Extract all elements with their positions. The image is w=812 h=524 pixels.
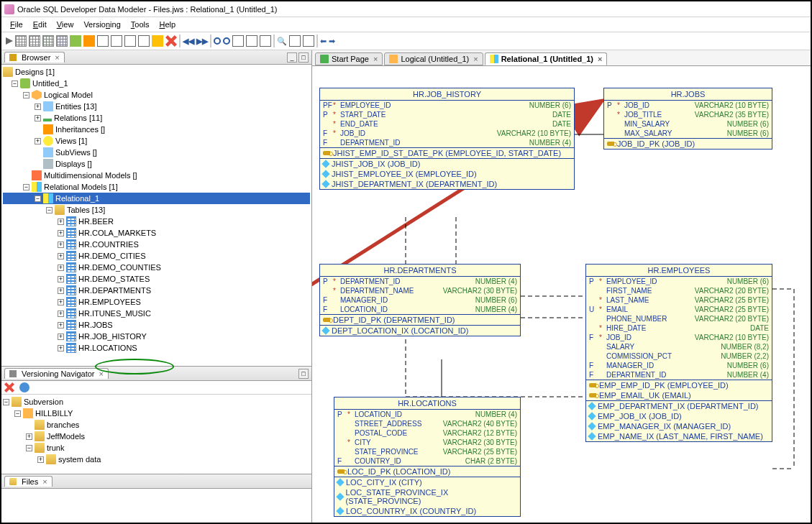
- green-arrow-icon[interactable]: [70, 35, 81, 47]
- tree-multidim[interactable]: Multidimensional Models []: [3, 170, 310, 181]
- box2-icon[interactable]: [111, 35, 122, 47]
- menu-tools[interactable]: Tools: [127, 19, 154, 30]
- forward-icon[interactable]: ➡: [329, 37, 335, 46]
- collapse-icon[interactable]: −: [14, 410, 21, 417]
- expand-icon[interactable]: +: [35, 138, 41, 144]
- zoom-out-icon[interactable]: [223, 37, 230, 45]
- tree-inheritances[interactable]: Inheritances []: [3, 124, 310, 135]
- entity-job-history[interactable]: HR.JOB_HISTORY PF*EMPLOYEE_IDNUMBER (6)P…: [319, 88, 575, 190]
- collapse-icon[interactable]: −: [35, 196, 41, 202]
- close-icon[interactable]: ×: [473, 55, 478, 63]
- expand-icon[interactable]: +: [58, 334, 64, 340]
- maximize-panel-icon[interactable]: □: [298, 52, 309, 63]
- expand-icon[interactable]: +: [35, 115, 41, 121]
- back-icon[interactable]: ⬅: [320, 37, 327, 46]
- maximize-panel-icon[interactable]: □: [298, 369, 309, 379]
- delete-icon[interactable]: [165, 35, 177, 47]
- close-icon[interactable]: ×: [99, 369, 104, 378]
- expand-icon[interactable]: +: [58, 322, 64, 328]
- minimize-panel-icon[interactable]: _: [287, 52, 297, 63]
- tree-displays[interactable]: Displays []: [3, 158, 310, 170]
- tree-table-job-history[interactable]: +HR.JOB_HISTORY: [3, 331, 310, 342]
- binoculars-icon[interactable]: 🔍: [277, 37, 287, 46]
- entity-employees[interactable]: HR.EMPLOYEES P*EMPLOYEE_IDNUMBER (6)FIRS…: [585, 264, 772, 442]
- tree-table-demo-cities[interactable]: +HR.DEMO_CITIES: [3, 250, 310, 262]
- expand-icon[interactable]: +: [58, 230, 64, 236]
- nav-first-icon[interactable]: ◀◀: [183, 37, 194, 46]
- tree-hillbilly[interactable]: −HILLBILLY: [3, 408, 310, 419]
- box3-icon[interactable]: [124, 35, 136, 47]
- tree-relational1[interactable]: −Relational_1: [3, 193, 310, 204]
- tree-table-locations[interactable]: +HR.LOCATIONS: [3, 342, 310, 354]
- tree-designs[interactable]: Designs [1]: [3, 66, 310, 78]
- collapse-icon[interactable]: −: [23, 92, 29, 98]
- zoom-in-icon[interactable]: [214, 37, 221, 45]
- expand-icon[interactable]: +: [58, 219, 64, 225]
- tree-trunk[interactable]: −trunk: [3, 442, 310, 454]
- expand-icon[interactable]: +: [37, 456, 44, 463]
- tree-systemdata[interactable]: +system data: [3, 454, 310, 465]
- tree-logical[interactable]: −Logical Model: [3, 89, 310, 101]
- tree-table-demo-counties[interactable]: +HR.DEMO_COUNTIES: [3, 262, 310, 273]
- close-icon[interactable]: ×: [55, 53, 59, 62]
- pointer-tool-icon[interactable]: [6, 37, 13, 45]
- expand-icon[interactable]: +: [58, 253, 64, 259]
- expand-icon[interactable]: +: [58, 242, 64, 248]
- fit2-icon[interactable]: [246, 35, 257, 47]
- tree-jeffmodels[interactable]: +JeffModels: [3, 431, 310, 442]
- tree-relmodels[interactable]: −Relational Models [1]: [3, 181, 310, 193]
- nav-last-icon[interactable]: ▶▶: [196, 37, 208, 46]
- tree-table-departments[interactable]: +HR.DEPARTMENTS: [3, 285, 310, 296]
- expand-icon[interactable]: +: [58, 276, 64, 282]
- collapse-icon[interactable]: −: [23, 184, 29, 190]
- collapse-icon[interactable]: −: [46, 207, 53, 213]
- expand-icon[interactable]: +: [58, 288, 64, 294]
- delete-icon[interactable]: [4, 382, 14, 392]
- fit3-icon[interactable]: [260, 35, 271, 47]
- tree-table-jobs[interactable]: +HR.JOBS: [3, 319, 310, 331]
- close-icon[interactable]: ×: [373, 55, 378, 63]
- close-icon[interactable]: ×: [42, 477, 47, 486]
- collapse-icon[interactable]: −: [12, 81, 18, 87]
- extra1-icon[interactable]: [289, 35, 301, 47]
- expand-icon[interactable]: +: [26, 433, 32, 440]
- tree-table-countries[interactable]: +HR.COUNTRIES: [3, 239, 310, 250]
- tree-table-employees[interactable]: +HR.EMPLOYEES: [3, 296, 310, 308]
- grid3-icon[interactable]: [42, 35, 54, 47]
- diagram-canvas[interactable]: HR.JOB_HISTORY PF*EMPLOYEE_IDNUMBER (6)P…: [312, 66, 811, 523]
- tab-relational[interactable]: Relational_1 (Untitled_1)×: [485, 52, 608, 65]
- grid2-icon[interactable]: [29, 35, 40, 47]
- collapse-icon[interactable]: −: [3, 399, 9, 405]
- extra2-icon[interactable]: [303, 35, 314, 47]
- tree-relations[interactable]: +Relations [11]: [3, 112, 310, 124]
- menu-help[interactable]: Help: [155, 19, 180, 30]
- grid-icon[interactable]: [15, 35, 27, 47]
- menu-view[interactable]: View: [53, 19, 78, 30]
- expand-icon[interactable]: +: [58, 299, 64, 305]
- tree-untitled[interactable]: −Untitled_1: [3, 78, 310, 89]
- box1-icon[interactable]: [97, 35, 109, 47]
- menu-file[interactable]: File: [6, 19, 27, 30]
- expand-icon[interactable]: +: [35, 104, 41, 110]
- tree-branches[interactable]: branches: [3, 419, 310, 431]
- tab-logical[interactable]: Logical (Untitled_1)×: [384, 52, 483, 65]
- expand-icon[interactable]: +: [58, 345, 64, 351]
- tree-table-itunes[interactable]: +HR.ITUNES_MUSIC: [3, 308, 310, 319]
- grid4-icon[interactable]: [56, 35, 68, 47]
- tree-subversion[interactable]: −Subversion: [3, 396, 310, 408]
- files-tab[interactable]: Files ×: [4, 476, 53, 487]
- tree-tables[interactable]: −Tables [13]: [3, 204, 310, 216]
- tab-start-page[interactable]: Start Page×: [315, 52, 383, 65]
- collapse-icon[interactable]: −: [26, 445, 32, 451]
- expand-icon[interactable]: +: [58, 265, 64, 271]
- menu-edit[interactable]: Edit: [29, 19, 51, 30]
- orange-arrow-icon[interactable]: [83, 35, 95, 47]
- close-icon[interactable]: ×: [598, 55, 602, 63]
- tree-entities[interactable]: +Entities [13]: [3, 101, 310, 112]
- tree-table-cola[interactable]: +HR.COLA_MARKETS: [3, 227, 310, 239]
- versioning-tab[interactable]: Versioning Navigator ×: [4, 368, 109, 379]
- fit-icon[interactable]: [232, 35, 244, 47]
- refresh-icon[interactable]: [19, 382, 29, 392]
- box4-icon[interactable]: [138, 35, 150, 47]
- expand-icon[interactable]: +: [58, 311, 64, 317]
